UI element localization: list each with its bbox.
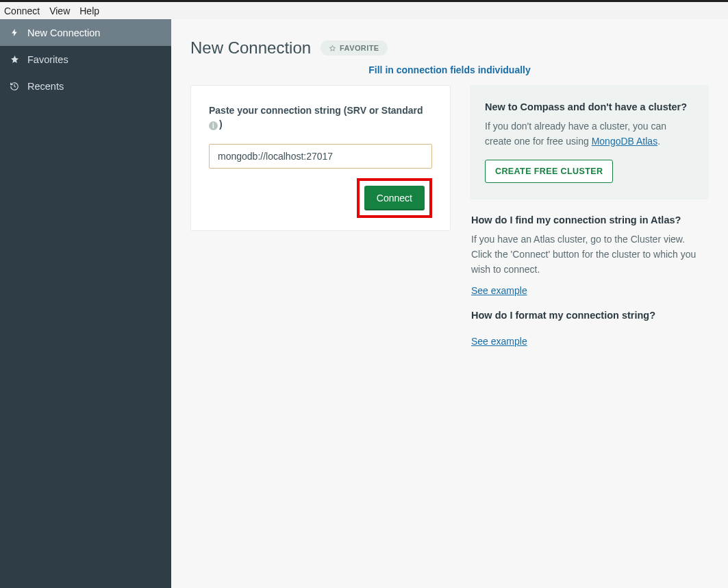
label-paren-close: ) bbox=[219, 119, 223, 130]
favorite-button[interactable]: FAVORITE bbox=[321, 40, 387, 56]
connect-button-highlight: Connect bbox=[357, 178, 432, 218]
bolt-icon bbox=[10, 28, 19, 37]
label-text: Paste your connection string (SRV or Sta… bbox=[209, 105, 423, 116]
menubar: Connect View Help bbox=[0, 2, 728, 19]
connection-input-label: Paste your connection string (SRV or Sta… bbox=[209, 103, 432, 132]
page-title: New Connection bbox=[190, 38, 311, 58]
favorite-label: FAVORITE bbox=[340, 44, 379, 52]
faq-heading: How do I find my connection string in At… bbox=[471, 215, 707, 225]
faq-text: If you have an Atlas cluster, go to the … bbox=[471, 232, 707, 277]
info-icon[interactable]: i bbox=[209, 121, 218, 130]
connection-card: Paste your connection string (SRV or Sta… bbox=[190, 85, 451, 231]
menu-help[interactable]: Help bbox=[79, 5, 99, 16]
fill-fields-link[interactable]: Fill in connection fields individually bbox=[190, 64, 709, 75]
main-content: New Connection FAVORITE Fill in connecti… bbox=[171, 19, 728, 588]
sidebar-item-label: New Connection bbox=[27, 27, 100, 38]
create-free-cluster-button[interactable]: CREATE FREE CLUSTER bbox=[485, 160, 613, 183]
connection-string-input[interactable] bbox=[209, 144, 432, 169]
star-outline-icon bbox=[329, 45, 336, 52]
sidebar-item-label: Recents bbox=[27, 81, 64, 92]
connect-button[interactable]: Connect bbox=[364, 186, 425, 210]
menu-view[interactable]: View bbox=[49, 5, 70, 16]
promo-text: If you don't already have a cluster, you… bbox=[485, 119, 694, 149]
star-icon bbox=[10, 55, 19, 64]
atlas-link[interactable]: MongoDB Atlas bbox=[592, 136, 658, 147]
see-example-link[interactable]: See example bbox=[471, 285, 527, 296]
sidebar: New Connection Favorites Recents bbox=[0, 19, 171, 588]
sidebar-item-favorites[interactable]: Favorites bbox=[0, 46, 171, 73]
sidebar-item-recents[interactable]: Recents bbox=[0, 73, 171, 99]
promo-heading: New to Compass and don't have a cluster? bbox=[485, 101, 694, 112]
faq-heading: How do I format my connection string? bbox=[471, 310, 707, 321]
promo-panel: New to Compass and don't have a cluster?… bbox=[470, 85, 709, 199]
sidebar-item-new-connection[interactable]: New Connection bbox=[0, 19, 171, 46]
promo-text-post: . bbox=[657, 136, 660, 147]
menu-connect[interactable]: Connect bbox=[4, 5, 40, 16]
faq-format-connection-string: How do I format my connection string? Se… bbox=[471, 310, 707, 347]
see-example-link[interactable]: See example bbox=[471, 336, 527, 347]
history-icon bbox=[10, 82, 19, 91]
sidebar-item-label: Favorites bbox=[27, 54, 68, 65]
faq-find-connection-string: How do I find my connection string in At… bbox=[471, 215, 707, 296]
